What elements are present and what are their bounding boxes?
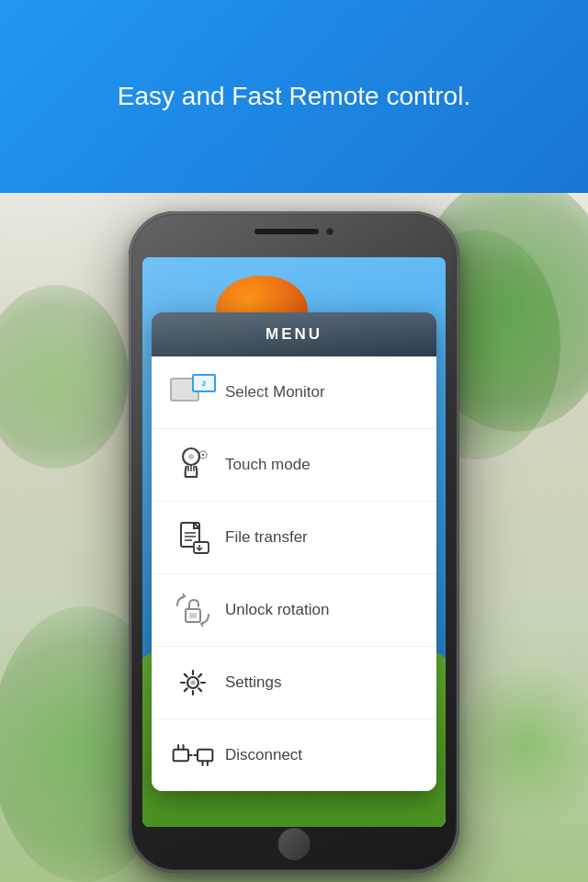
menu-overlay: MENU 2: [152, 312, 436, 791]
screen-content: MENU 2: [142, 257, 446, 827]
file-transfer-label: File transfer: [225, 528, 308, 547]
header-title: Easy and Fast Remote control.: [81, 82, 507, 111]
disconnect-icon: [170, 732, 216, 778]
phone-mockup: MENU 2: [129, 211, 459, 873]
menu-items-list: 2 Select Monitor: [152, 356, 436, 791]
phone-screen: MENU 2: [142, 257, 446, 827]
menu-item-unlock-rotation[interactable]: Unlock rotation: [152, 574, 436, 647]
menu-item-select-monitor[interactable]: 2 Select Monitor: [152, 356, 436, 429]
unlock-rotation-icon: [170, 587, 216, 633]
svg-point-16: [191, 681, 196, 685]
phone-camera: [326, 228, 334, 235]
unlock-rotation-svg: [174, 591, 212, 629]
svg-line-21: [185, 674, 187, 677]
touch-mode-label: Touch mode: [225, 456, 311, 474]
svg-line-23: [198, 674, 201, 677]
phone-frame: MENU 2: [129, 211, 459, 873]
file-transfer-svg: [174, 518, 212, 557]
unlock-rotation-label: Unlock rotation: [225, 601, 329, 619]
monitor-icon-primary: 2: [192, 374, 216, 392]
menu-item-file-transfer[interactable]: File transfer: [152, 502, 436, 574]
menu-item-settings[interactable]: Settings: [152, 647, 436, 719]
disconnect-label: Disconnect: [225, 746, 302, 764]
touch-icon: [170, 442, 216, 488]
menu-item-touch-mode[interactable]: Touch mode: [152, 429, 436, 502]
svg-rect-14: [189, 613, 197, 618]
settings-svg: [174, 663, 212, 702]
select-monitor-label: Select Monitor: [225, 383, 325, 401]
svg-point-1: [188, 454, 194, 459]
monitor-icon-container: 2: [170, 374, 216, 411]
svg-line-22: [198, 688, 201, 691]
menu-item-disconnect[interactable]: Disconnect: [152, 719, 436, 791]
phone-area: MENU 2: [0, 193, 588, 882]
svg-rect-25: [174, 750, 188, 762]
disconnect-svg: [170, 736, 216, 775]
phone-speaker: [254, 229, 319, 234]
phone-top-bar: [254, 228, 334, 235]
phone-home-button: [278, 828, 311, 860]
menu-title: MENU: [266, 325, 322, 343]
svg-rect-29: [198, 750, 212, 762]
menu-header: MENU: [152, 312, 436, 356]
file-transfer-icon: [170, 514, 216, 560]
touch-mode-svg: [174, 446, 212, 484]
svg-line-24: [185, 688, 187, 691]
settings-label: Settings: [225, 673, 281, 692]
monitor-icon: 2: [170, 369, 216, 415]
app-header: Easy and Fast Remote control.: [0, 0, 588, 193]
svg-point-6: [202, 454, 205, 457]
settings-icon: [170, 660, 216, 706]
